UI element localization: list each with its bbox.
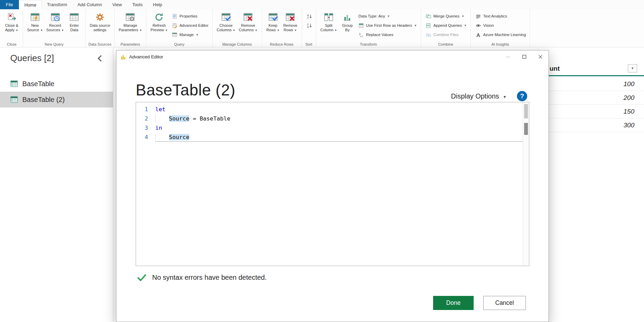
display-options-label: Display Options bbox=[451, 92, 499, 100]
ribbon-button-remove-rows[interactable]: Remove Rows ▼ bbox=[282, 10, 299, 33]
close-and-apply-icon bbox=[7, 12, 17, 22]
ribbon-button-append-queries[interactable]: Append Queries ▼ bbox=[425, 21, 468, 30]
ribbon-button-remove-columns[interactable]: Remove Columns ▼ bbox=[237, 10, 259, 33]
power-query-editor-window: FileHomeTransformAdd ColumnViewToolsHelp… bbox=[0, 0, 644, 322]
scrollbar-thumb[interactable] bbox=[524, 104, 528, 118]
scrollbar-thumb-dark[interactable] bbox=[524, 123, 528, 135]
remove-columns-icon bbox=[243, 12, 253, 22]
minimize-icon[interactable] bbox=[500, 50, 516, 63]
table-row[interactable]: 200 bbox=[549, 91, 644, 105]
ribbon-button-replace-values[interactable]: 12 Replace Values ▼ bbox=[357, 31, 418, 39]
column-header[interactable]: unt ▼ bbox=[549, 58, 644, 76]
ribbon-button-keep-rows[interactable]: Keep Rows ▼ bbox=[264, 10, 282, 33]
ribbon-button-azure-machine-learning[interactable]: Azure Machine Learning ▼ bbox=[474, 31, 528, 39]
line-number: 1 bbox=[136, 105, 155, 114]
ribbon-button-use-first-row-as-headers[interactable]: Use First Row as Headers ▼ bbox=[357, 21, 418, 30]
ribbon-button-new-source[interactable]: New Source ▼ bbox=[25, 10, 45, 33]
svg-text:Z: Z bbox=[307, 16, 309, 19]
cancel-button[interactable]: Cancel bbox=[483, 296, 526, 310]
query-item-basetable[interactable]: BaseTable bbox=[0, 76, 113, 92]
keep-rows-icon bbox=[268, 12, 278, 22]
check-icon bbox=[136, 272, 147, 283]
ribbon-button-enter-data[interactable]: Enter Data ▼ bbox=[66, 10, 83, 33]
ribbon-group-label: Close bbox=[1, 42, 23, 46]
code-editor-lines: 1 let 2 Source = BaseTable 3 in 4 Source bbox=[136, 102, 523, 266]
editor-scrollbar[interactable] bbox=[523, 102, 529, 266]
tab-transform[interactable]: Transform bbox=[42, 0, 72, 9]
line-number: 4 bbox=[136, 133, 155, 142]
table-row[interactable]: 100 bbox=[549, 77, 644, 91]
advanced-editor-icon bbox=[172, 23, 177, 28]
line-number: 3 bbox=[136, 123, 155, 133]
dropdown-caret-icon: ▼ bbox=[414, 24, 417, 27]
sort-ascending-icon: AZ bbox=[307, 13, 312, 19]
ribbon-button-sort-descending[interactable]: ZA ▼ bbox=[305, 21, 314, 30]
ribbon-group-new-query: New Source ▼ Recent Sources ▼ Enter Data… bbox=[23, 9, 86, 47]
code-line: 4 Source bbox=[136, 133, 523, 142]
tab-help[interactable]: Help bbox=[148, 0, 167, 9]
recent-sources-icon bbox=[50, 12, 60, 22]
ribbon-button-merge-queries[interactable]: Merge Queries ▼ bbox=[425, 12, 468, 20]
ribbon-group-label: Query bbox=[146, 42, 212, 46]
ribbon-button-group-by[interactable]: Group By ▼ bbox=[339, 10, 356, 33]
ribbon-button-properties[interactable]: Properties ▼ bbox=[170, 12, 210, 20]
advanced-editor-window-icon bbox=[120, 54, 126, 60]
svg-text:2: 2 bbox=[361, 35, 363, 37]
dropdown-caret-icon: ▼ bbox=[61, 29, 64, 32]
ribbon-group-query: Refresh Preview ▼ Properties ▼ Advanced … bbox=[146, 9, 213, 47]
ribbon-button-manage-parameters[interactable]: Manage Parameters ▼ bbox=[117, 10, 144, 33]
display-options-dropdown[interactable]: Display Options ▼ bbox=[451, 92, 507, 100]
dialog-titlebar[interactable]: Advanced Editor bbox=[116, 50, 549, 63]
help-icon[interactable]: ? bbox=[517, 91, 527, 101]
done-button[interactable]: Done bbox=[433, 296, 474, 310]
cell-value: 100 bbox=[623, 80, 634, 88]
cell-value: 200 bbox=[623, 94, 634, 102]
tab-add-column[interactable]: Add Column bbox=[72, 0, 107, 9]
dialog-title: Advanced Editor bbox=[129, 54, 163, 59]
dropdown-caret-icon: ▼ bbox=[139, 29, 142, 32]
ribbon-group-label: New Query bbox=[23, 42, 85, 46]
svg-text:1: 1 bbox=[359, 32, 361, 36]
ribbon-group-label: Data Sources bbox=[86, 42, 114, 46]
close-icon[interactable] bbox=[532, 50, 549, 63]
ribbon-button-choose-columns[interactable]: Choose Columns ▼ bbox=[215, 10, 237, 33]
ribbon-group-manage-columns: Choose Columns ▼ Remove Columns ▼ Manage… bbox=[213, 9, 262, 47]
ribbon-button-data-source-settings[interactable]: Data source settings ▼ bbox=[88, 10, 112, 33]
new-source-icon bbox=[30, 12, 40, 22]
tab-home[interactable]: Home bbox=[19, 0, 42, 9]
ribbon-button-advanced-editor[interactable]: Advanced Editor ▼ bbox=[170, 21, 210, 30]
ribbon-button-refresh-preview[interactable]: Refresh Preview ▼ bbox=[149, 10, 169, 33]
table-row[interactable]: 300 bbox=[549, 118, 644, 132]
code-line: 3 in bbox=[136, 123, 523, 133]
ribbon-group-label: Combine bbox=[421, 42, 471, 46]
ribbon-group-close: Close & Apply ▼ Close bbox=[1, 9, 23, 47]
ribbon-button-text-analytics[interactable]: Text Analytics ▼ bbox=[474, 12, 528, 20]
ribbon-button-vision[interactable]: Vision ▼ bbox=[474, 21, 528, 30]
query-list: BaseTable BaseTable (2) bbox=[0, 76, 113, 107]
remove-rows-icon bbox=[285, 12, 295, 22]
ribbon-group-transform: Split Column ▼ Group By ▼ Data Type: Any… bbox=[316, 9, 421, 47]
ribbon-button-split-column[interactable]: Split Column ▼ bbox=[319, 10, 339, 33]
collapse-pane-icon[interactable] bbox=[95, 54, 105, 63]
column-filter-button[interactable]: ▼ bbox=[628, 64, 637, 72]
ribbon-group-label: AI Insights bbox=[471, 42, 530, 46]
maximize-icon[interactable] bbox=[516, 50, 532, 63]
ribbon-button-manage[interactable]: Manage ▼ bbox=[170, 31, 210, 39]
tab-tools[interactable]: Tools bbox=[127, 0, 148, 9]
table-row[interactable]: 150 bbox=[549, 105, 644, 118]
tab-file[interactable]: File bbox=[0, 0, 19, 9]
ribbon-button-recent-sources[interactable]: Recent Sources ▼ bbox=[45, 10, 66, 33]
ribbon-button-close-apply[interactable]: Close & Apply ▼ bbox=[3, 10, 20, 33]
cell-value: 150 bbox=[623, 108, 634, 115]
use-first-row-as-headers-icon bbox=[358, 23, 364, 28]
code-editor[interactable]: 1 let 2 Source = BaseTable 3 in 4 Source bbox=[136, 102, 529, 266]
query-item-basetable-2[interactable]: BaseTable (2) bbox=[0, 92, 113, 107]
query-table-icon bbox=[10, 80, 18, 88]
ribbon-group-label: Sort bbox=[302, 42, 316, 46]
choose-columns-icon bbox=[221, 12, 231, 22]
dropdown-caret-icon: ▼ bbox=[464, 24, 467, 27]
ribbon-button-data-type-any[interactable]: Data Type: Any ▼ bbox=[357, 12, 418, 20]
status-message: No syntax errors have been detected. bbox=[152, 274, 267, 281]
ribbon-button-sort-ascending[interactable]: AZ ▼ bbox=[305, 12, 314, 20]
tab-view[interactable]: View bbox=[107, 0, 127, 9]
